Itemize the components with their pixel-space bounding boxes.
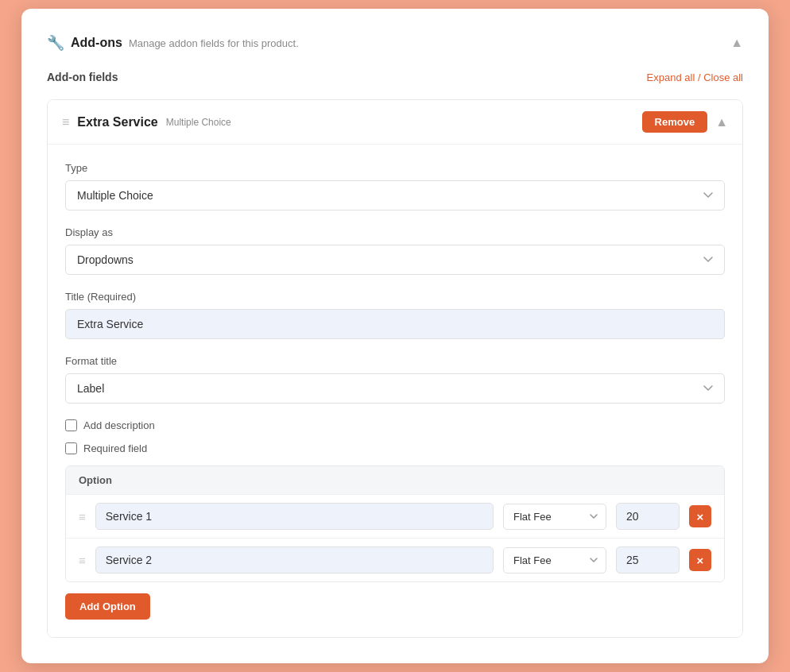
addon-collapse-button[interactable]: ▲ xyxy=(730,36,743,50)
display-as-group: Display as Dropdowns Checkboxes Radio Bu… xyxy=(65,226,725,275)
field-name: Extra Service xyxy=(77,115,157,129)
options-header: Option xyxy=(66,466,724,494)
add-description-group: Add description xyxy=(65,419,725,431)
option-name-input-1[interactable] xyxy=(95,503,494,530)
close-all-link[interactable]: Close all xyxy=(703,71,743,83)
option-name-input-2[interactable] xyxy=(95,546,494,574)
main-window: 🔧 Add-ons Manage addon fields for this p… xyxy=(21,9,769,663)
title-label: Title (Required) xyxy=(65,291,725,303)
addon-subtitle: Manage addon fields for this product. xyxy=(129,37,299,49)
format-title-label: Format title xyxy=(65,355,725,367)
field-card-header: ≡ Extra Service Multiple Choice Remove ▲ xyxy=(48,100,742,145)
option-remove-button-1[interactable]: × xyxy=(689,505,711,527)
field-type-badge: Multiple Choice xyxy=(166,117,231,128)
title-input[interactable] xyxy=(65,309,725,339)
option-drag-handle-2[interactable]: ≡ xyxy=(79,554,86,567)
addon-header: 🔧 Add-ons Manage addon fields for this p… xyxy=(47,34,743,52)
option-value-input-2[interactable] xyxy=(616,546,680,574)
type-group: Type Multiple Choice Dropdown Text Numbe… xyxy=(65,162,725,210)
add-description-label[interactable]: Add description xyxy=(83,419,155,431)
format-title-group: Format title Label None Bold Italic xyxy=(65,355,725,404)
remove-button[interactable]: Remove xyxy=(642,111,708,133)
option-row: ≡ Flat Fee Percentage None × xyxy=(66,538,724,581)
option-fee-select-2[interactable]: Flat Fee Percentage None xyxy=(503,547,606,574)
wrench-icon: 🔧 xyxy=(47,34,64,52)
display-as-label: Display as xyxy=(65,226,725,238)
type-label: Type xyxy=(65,162,725,174)
options-section: Option ≡ Flat Fee Percentage None × ≡ xyxy=(65,465,725,582)
required-field-label[interactable]: Required field xyxy=(83,442,147,454)
drag-handle-icon[interactable]: ≡ xyxy=(62,115,69,129)
option-drag-handle-1[interactable]: ≡ xyxy=(79,510,86,523)
option-row: ≡ Flat Fee Percentage None × xyxy=(66,494,724,538)
field-card: ≡ Extra Service Multiple Choice Remove ▲… xyxy=(47,99,743,638)
section-header: Add-on fields Expand all / Close all xyxy=(47,71,743,83)
expand-all-link[interactable]: Expand all xyxy=(647,71,695,83)
field-card-header-left: ≡ Extra Service Multiple Choice xyxy=(62,115,231,129)
title-group: Title (Required) xyxy=(65,291,725,339)
option-fee-select-1[interactable]: Flat Fee Percentage None xyxy=(503,504,606,530)
field-card-body: Type Multiple Choice Dropdown Text Numbe… xyxy=(48,145,742,637)
field-card-header-right: Remove ▲ xyxy=(642,111,728,133)
required-field-checkbox[interactable] xyxy=(65,442,77,454)
type-select[interactable]: Multiple Choice Dropdown Text Number xyxy=(65,180,725,210)
option-value-input-1[interactable] xyxy=(616,503,680,530)
field-collapse-icon[interactable]: ▲ xyxy=(715,115,728,129)
addon-title: Add-ons xyxy=(71,36,122,50)
add-option-button[interactable]: Add Option xyxy=(65,593,150,620)
required-field-group: Required field xyxy=(65,442,725,454)
addon-fields-label: Add-on fields xyxy=(47,71,118,83)
expand-close-links[interactable]: Expand all / Close all xyxy=(647,71,743,83)
format-title-select[interactable]: Label None Bold Italic xyxy=(65,373,725,404)
add-description-checkbox[interactable] xyxy=(65,419,77,431)
addon-header-left: 🔧 Add-ons Manage addon fields for this p… xyxy=(47,34,299,52)
display-as-select[interactable]: Dropdowns Checkboxes Radio Buttons xyxy=(65,245,725,275)
option-remove-button-2[interactable]: × xyxy=(689,549,711,571)
